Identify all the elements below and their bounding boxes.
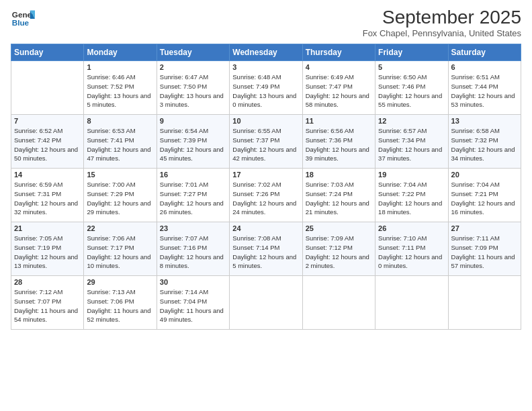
daylight-label: Daylight: 11 hours and 52 minutes. xyxy=(87,307,150,324)
day-info: Sunrise: 6:48 AMSunset: 7:49 PMDaylight:… xyxy=(232,73,299,109)
sunrise-label: Sunrise: 6:59 AM xyxy=(14,181,62,188)
sunset-label: Sunset: 7:12 PM xyxy=(306,244,353,251)
daylight-label: Daylight: 12 hours and 55 minutes. xyxy=(378,92,442,109)
sunrise-label: Sunrise: 6:53 AM xyxy=(87,127,135,134)
sunset-label: Sunset: 7:50 PM xyxy=(160,83,207,90)
sunrise-label: Sunrise: 6:55 AM xyxy=(232,127,281,134)
sunset-label: Sunset: 7:07 PM xyxy=(14,298,61,305)
sunrise-label: Sunrise: 6:48 AM xyxy=(232,73,281,81)
page: General Blue September 2025 Fox Chapel, … xyxy=(0,0,532,411)
daylight-label: Daylight: 12 hours and 37 minutes. xyxy=(378,146,442,163)
day-number: 4 xyxy=(306,63,372,71)
day-cell: 25Sunrise: 7:09 AMSunset: 7:12 PMDayligh… xyxy=(302,222,375,276)
day-cell: 13Sunrise: 6:58 AMSunset: 7:32 PMDayligh… xyxy=(448,115,521,169)
sunset-label: Sunset: 7:26 PM xyxy=(232,190,279,197)
day-number: 23 xyxy=(160,224,226,232)
col-wednesday: Wednesday xyxy=(230,44,302,61)
sunrise-label: Sunrise: 7:06 AM xyxy=(87,234,135,242)
day-number: 10 xyxy=(232,117,299,125)
sunrise-label: Sunrise: 6:51 AM xyxy=(451,73,500,81)
day-info: Sunrise: 6:52 AMSunset: 7:42 PMDaylight:… xyxy=(14,126,81,163)
day-number: 20 xyxy=(451,171,518,179)
day-info: Sunrise: 7:04 AMSunset: 7:21 PMDaylight:… xyxy=(451,180,518,217)
col-thursday: Thursday xyxy=(302,44,375,61)
day-number: 3 xyxy=(232,63,299,71)
day-info: Sunrise: 6:58 AMSunset: 7:32 PMDaylight:… xyxy=(451,126,518,163)
day-number: 11 xyxy=(306,117,372,125)
day-cell: 1Sunrise: 6:46 AMSunset: 7:52 PMDaylight… xyxy=(84,61,157,115)
day-cell: 7Sunrise: 6:52 AMSunset: 7:42 PMDaylight… xyxy=(11,115,84,169)
day-info: Sunrise: 7:02 AMSunset: 7:26 PMDaylight:… xyxy=(232,180,299,217)
daylight-label: Daylight: 11 hours and 49 minutes. xyxy=(160,307,224,324)
day-cell xyxy=(375,276,448,330)
day-info: Sunrise: 6:46 AMSunset: 7:52 PMDaylight:… xyxy=(87,73,153,109)
sunset-label: Sunset: 7:19 PM xyxy=(14,244,61,251)
day-info: Sunrise: 7:13 AMSunset: 7:06 PMDaylight:… xyxy=(87,287,153,324)
sunset-label: Sunset: 7:44 PM xyxy=(451,83,498,90)
sunrise-label: Sunrise: 7:03 AM xyxy=(306,181,354,188)
day-number: 9 xyxy=(160,117,226,125)
day-number: 25 xyxy=(306,224,372,232)
sunset-label: Sunset: 7:04 PM xyxy=(160,298,207,305)
sunset-label: Sunset: 7:41 PM xyxy=(87,136,134,144)
daylight-label: Daylight: 13 hours and 5 minutes. xyxy=(87,92,150,109)
day-cell: 16Sunrise: 7:01 AMSunset: 7:27 PMDayligh… xyxy=(157,169,229,222)
sunset-label: Sunset: 7:46 PM xyxy=(378,83,425,90)
sunset-label: Sunset: 7:36 PM xyxy=(306,136,353,144)
day-cell: 10Sunrise: 6:55 AMSunset: 7:37 PMDayligh… xyxy=(230,115,302,169)
week-row-1: 7Sunrise: 6:52 AMSunset: 7:42 PMDaylight… xyxy=(11,115,521,169)
sunset-label: Sunset: 7:17 PM xyxy=(87,244,134,251)
daylight-label: Daylight: 12 hours and 18 minutes. xyxy=(378,199,442,216)
svg-text:Blue: Blue xyxy=(12,18,30,27)
sunrise-label: Sunrise: 6:56 AM xyxy=(306,127,354,134)
daylight-label: Daylight: 12 hours and 26 minutes. xyxy=(160,199,224,216)
day-cell: 24Sunrise: 7:08 AMSunset: 7:14 PMDayligh… xyxy=(230,222,302,276)
daylight-label: Daylight: 12 hours and 24 minutes. xyxy=(232,199,296,216)
day-info: Sunrise: 7:01 AMSunset: 7:27 PMDaylight:… xyxy=(160,180,226,217)
day-info: Sunrise: 6:57 AMSunset: 7:34 PMDaylight:… xyxy=(378,126,445,163)
sunrise-label: Sunrise: 6:50 AM xyxy=(378,73,427,81)
daylight-label: Daylight: 12 hours and 10 minutes. xyxy=(87,253,150,270)
sunrise-label: Sunrise: 6:52 AM xyxy=(14,127,62,134)
day-info: Sunrise: 7:06 AMSunset: 7:17 PMDaylight:… xyxy=(87,234,153,271)
daylight-label: Daylight: 12 hours and 45 minutes. xyxy=(160,146,224,163)
day-cell: 28Sunrise: 7:12 AMSunset: 7:07 PMDayligh… xyxy=(11,276,84,330)
daylight-label: Daylight: 12 hours and 32 minutes. xyxy=(14,199,78,216)
main-title: September 2025 xyxy=(363,7,521,28)
daylight-label: Daylight: 12 hours and 29 minutes. xyxy=(87,199,150,216)
daylight-label: Daylight: 12 hours and 42 minutes. xyxy=(232,146,296,163)
day-cell: 21Sunrise: 7:05 AMSunset: 7:19 PMDayligh… xyxy=(11,222,84,276)
day-cell: 2Sunrise: 6:47 AMSunset: 7:50 PMDaylight… xyxy=(157,61,229,115)
sunset-label: Sunset: 7:49 PM xyxy=(232,83,279,90)
sunrise-label: Sunrise: 7:02 AM xyxy=(232,181,281,188)
day-cell: 22Sunrise: 7:06 AMSunset: 7:17 PMDayligh… xyxy=(84,222,157,276)
daylight-label: Daylight: 12 hours and 39 minutes. xyxy=(306,146,369,163)
day-cell: 9Sunrise: 6:54 AMSunset: 7:39 PMDaylight… xyxy=(157,115,229,169)
sunset-label: Sunset: 7:21 PM xyxy=(451,190,498,197)
daylight-label: Daylight: 12 hours and 13 minutes. xyxy=(14,253,78,270)
day-number: 14 xyxy=(14,171,81,179)
day-cell: 5Sunrise: 6:50 AMSunset: 7:46 PMDaylight… xyxy=(375,61,448,115)
day-cell: 11Sunrise: 6:56 AMSunset: 7:36 PMDayligh… xyxy=(302,115,375,169)
sunrise-label: Sunrise: 7:00 AM xyxy=(87,181,135,188)
sunrise-label: Sunrise: 7:07 AM xyxy=(160,234,208,242)
sunrise-label: Sunrise: 7:09 AM xyxy=(306,234,354,242)
calendar-table: Sunday Monday Tuesday Wednesday Thursday… xyxy=(11,44,521,330)
day-info: Sunrise: 7:11 AMSunset: 7:09 PMDaylight:… xyxy=(451,234,518,271)
daylight-label: Daylight: 13 hours and 0 minutes. xyxy=(232,92,296,109)
day-cell: 19Sunrise: 7:04 AMSunset: 7:22 PMDayligh… xyxy=(375,169,448,222)
sunrise-label: Sunrise: 6:58 AM xyxy=(451,127,500,134)
col-friday: Friday xyxy=(375,44,448,61)
daylight-label: Daylight: 12 hours and 58 minutes. xyxy=(306,92,369,109)
col-saturday: Saturday xyxy=(448,44,521,61)
day-cell: 18Sunrise: 7:03 AMSunset: 7:24 PMDayligh… xyxy=(302,169,375,222)
daylight-label: Daylight: 12 hours and 16 minutes. xyxy=(451,199,515,216)
day-cell: 6Sunrise: 6:51 AMSunset: 7:44 PMDaylight… xyxy=(448,61,521,115)
week-row-0: 1Sunrise: 6:46 AMSunset: 7:52 PMDaylight… xyxy=(11,61,521,115)
day-number: 15 xyxy=(87,171,153,179)
sunrise-label: Sunrise: 7:11 AM xyxy=(451,234,500,242)
day-info: Sunrise: 6:47 AMSunset: 7:50 PMDaylight:… xyxy=(160,73,226,109)
header-row: Sunday Monday Tuesday Wednesday Thursday… xyxy=(11,44,521,61)
day-number: 19 xyxy=(378,171,445,179)
day-info: Sunrise: 6:50 AMSunset: 7:46 PMDaylight:… xyxy=(378,73,445,109)
